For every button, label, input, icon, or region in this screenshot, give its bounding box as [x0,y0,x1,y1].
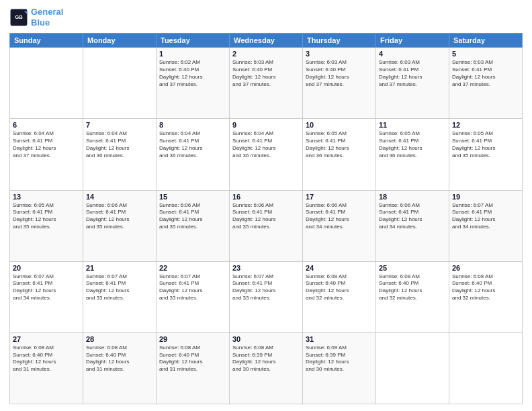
day-info: Sunrise: 6:03 AM Sunset: 6:40 PM Dayligh… [232,59,300,88]
day-info: Sunrise: 6:08 AM Sunset: 6:40 PM Dayligh… [452,273,519,302]
day-number: 9 [232,121,300,129]
day-info: Sunrise: 6:08 AM Sunset: 6:40 PM Dayligh… [13,345,80,373]
day-cell: 21Sunrise: 6:07 AM Sunset: 6:41 PM Dayli… [83,261,157,332]
day-info: Sunrise: 6:07 AM Sunset: 6:41 PM Dayligh… [13,273,80,302]
day-number: 4 [379,50,446,58]
day-info: Sunrise: 6:06 AM Sunset: 6:41 PM Dayligh… [379,202,446,231]
page-container: GB General Blue SundayMondayTuesdayWedne… [0,0,532,411]
day-cell: 29Sunrise: 6:08 AM Sunset: 6:40 PM Dayli… [157,332,230,404]
day-cell: 10Sunrise: 6:05 AM Sunset: 6:41 PM Dayli… [303,119,376,190]
day-cell: 8Sunrise: 6:04 AM Sunset: 6:41 PM Daylig… [157,119,230,190]
day-cell: 20Sunrise: 6:07 AM Sunset: 6:41 PM Dayli… [10,261,83,332]
day-cell: 26Sunrise: 6:08 AM Sunset: 6:40 PM Dayli… [449,261,523,332]
day-number: 22 [159,264,226,272]
day-number: 27 [13,335,80,343]
day-cell: 27Sunrise: 6:08 AM Sunset: 6:40 PM Dayli… [10,332,83,404]
day-number: 18 [379,193,446,201]
day-number: 5 [452,50,519,58]
day-info: Sunrise: 6:07 AM Sunset: 6:41 PM Dayligh… [232,273,300,302]
day-info: Sunrise: 6:04 AM Sunset: 6:41 PM Dayligh… [86,130,153,159]
day-info: Sunrise: 6:06 AM Sunset: 6:41 PM Dayligh… [306,202,373,231]
day-cell: 15Sunrise: 6:06 AM Sunset: 6:41 PM Dayli… [157,190,230,261]
day-cell: 17Sunrise: 6:06 AM Sunset: 6:41 PM Dayli… [303,190,376,261]
day-info: Sunrise: 6:04 AM Sunset: 6:41 PM Dayligh… [232,130,300,159]
day-cell: 12Sunrise: 6:05 AM Sunset: 6:41 PM Dayli… [449,119,523,190]
day-number: 25 [379,264,446,272]
day-number: 3 [306,50,373,58]
day-info: Sunrise: 6:08 AM Sunset: 6:40 PM Dayligh… [306,273,373,302]
day-info: Sunrise: 6:07 AM Sunset: 6:41 PM Dayligh… [86,273,153,302]
day-cell: 14Sunrise: 6:06 AM Sunset: 6:41 PM Dayli… [83,190,157,261]
day-number: 17 [306,193,373,201]
day-info: Sunrise: 6:05 AM Sunset: 6:41 PM Dayligh… [13,202,80,231]
day-number: 19 [452,193,519,201]
day-cell: 19Sunrise: 6:07 AM Sunset: 6:41 PM Dayli… [449,190,523,261]
header: GB General Blue [9,7,523,28]
day-number: 12 [452,121,519,129]
day-cell: 18Sunrise: 6:06 AM Sunset: 6:41 PM Dayli… [376,190,449,261]
day-cell: 5Sunrise: 6:03 AM Sunset: 6:41 PM Daylig… [449,48,523,119]
day-number: 11 [379,121,446,129]
day-cell [376,332,449,404]
week-row-0: 1Sunrise: 6:02 AM Sunset: 6:40 PM Daylig… [10,48,523,119]
day-cell: 25Sunrise: 6:08 AM Sunset: 6:40 PM Dayli… [376,261,449,332]
day-number: 21 [86,264,153,272]
day-info: Sunrise: 6:04 AM Sunset: 6:41 PM Dayligh… [13,130,80,159]
day-number: 7 [86,121,153,129]
day-number: 13 [13,193,80,201]
day-info: Sunrise: 6:08 AM Sunset: 6:40 PM Dayligh… [86,345,153,373]
day-info: Sunrise: 6:08 AM Sunset: 6:39 PM Dayligh… [232,345,300,373]
day-header-monday: Monday [83,34,157,48]
day-cell: 4Sunrise: 6:03 AM Sunset: 6:41 PM Daylig… [376,48,449,119]
day-number: 28 [86,335,153,343]
day-info: Sunrise: 6:08 AM Sunset: 6:40 PM Dayligh… [159,345,226,373]
day-number: 31 [306,335,373,343]
day-info: Sunrise: 6:05 AM Sunset: 6:41 PM Dayligh… [452,130,519,159]
day-info: Sunrise: 6:08 AM Sunset: 6:40 PM Dayligh… [379,273,446,302]
day-number: 26 [452,264,519,272]
calendar: SundayMondayTuesdayWednesdayThursdayFrid… [9,33,523,404]
week-row-1: 6Sunrise: 6:04 AM Sunset: 6:41 PM Daylig… [10,119,523,190]
day-info: Sunrise: 6:06 AM Sunset: 6:41 PM Dayligh… [86,202,153,231]
week-row-3: 20Sunrise: 6:07 AM Sunset: 6:41 PM Dayli… [10,261,523,332]
day-info: Sunrise: 6:03 AM Sunset: 6:41 PM Dayligh… [452,59,519,88]
day-header-sunday: Sunday [10,34,83,48]
day-number: 16 [232,193,300,201]
day-info: Sunrise: 6:03 AM Sunset: 6:40 PM Dayligh… [306,59,373,88]
day-cell [449,332,523,404]
day-cell: 3Sunrise: 6:03 AM Sunset: 6:40 PM Daylig… [303,48,376,119]
day-info: Sunrise: 6:05 AM Sunset: 6:41 PM Dayligh… [306,130,373,159]
day-cell: 24Sunrise: 6:08 AM Sunset: 6:40 PM Dayli… [303,261,376,332]
day-header-friday: Friday [376,34,449,48]
day-header-wednesday: Wednesday [230,34,303,48]
day-number: 30 [232,335,300,343]
day-info: Sunrise: 6:06 AM Sunset: 6:41 PM Dayligh… [159,202,226,231]
day-number: 6 [13,121,80,129]
day-info: Sunrise: 6:07 AM Sunset: 6:41 PM Dayligh… [452,202,519,231]
svg-text:GB: GB [15,13,23,19]
day-number: 10 [306,121,373,129]
day-number: 20 [13,264,80,272]
day-info: Sunrise: 6:03 AM Sunset: 6:41 PM Dayligh… [379,59,446,88]
day-info: Sunrise: 6:02 AM Sunset: 6:40 PM Dayligh… [159,59,226,88]
logo-text: General Blue [31,7,63,28]
day-cell: 11Sunrise: 6:05 AM Sunset: 6:41 PM Dayli… [376,119,449,190]
day-info: Sunrise: 6:09 AM Sunset: 6:39 PM Dayligh… [306,345,373,373]
day-cell: 22Sunrise: 6:07 AM Sunset: 6:41 PM Dayli… [157,261,230,332]
logo-icon: GB [9,8,28,27]
logo: GB General Blue [9,7,63,28]
day-number: 15 [159,193,226,201]
day-info: Sunrise: 6:05 AM Sunset: 6:41 PM Dayligh… [379,130,446,159]
day-number: 2 [232,50,300,58]
day-cell: 1Sunrise: 6:02 AM Sunset: 6:40 PM Daylig… [157,48,230,119]
day-cell: 31Sunrise: 6:09 AM Sunset: 6:39 PM Dayli… [303,332,376,404]
day-header-tuesday: Tuesday [157,34,230,48]
day-header-thursday: Thursday [303,34,376,48]
day-info: Sunrise: 6:07 AM Sunset: 6:41 PM Dayligh… [159,273,226,302]
day-number: 23 [232,264,300,272]
day-cell: 30Sunrise: 6:08 AM Sunset: 6:39 PM Dayli… [230,332,303,404]
day-number: 24 [306,264,373,272]
day-cell: 28Sunrise: 6:08 AM Sunset: 6:40 PM Dayli… [83,332,157,404]
day-cell: 16Sunrise: 6:06 AM Sunset: 6:41 PM Dayli… [230,190,303,261]
day-number: 1 [159,50,226,58]
